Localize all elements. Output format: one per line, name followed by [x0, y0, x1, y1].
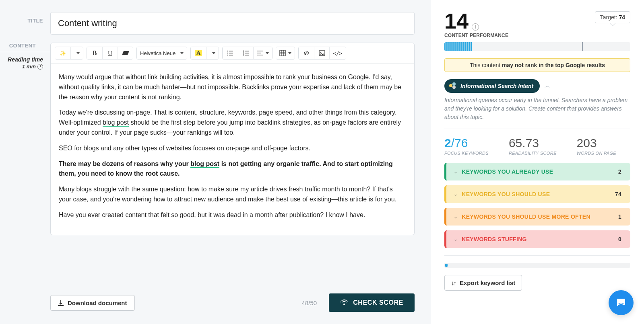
- code-button[interactable]: </>: [329, 47, 345, 59]
- magic-wand-button[interactable]: ✨: [55, 47, 70, 59]
- clock-icon: [37, 64, 43, 70]
- reading-time-label: Reading time: [8, 56, 43, 63]
- toolbar: ✨ B U Helvetica Neue A: [51, 43, 414, 64]
- focus-keywords-total: /76: [451, 136, 468, 150]
- svg-point-4: [227, 55, 228, 55]
- card-keywords-use-more[interactable]: ⌄KEYWORDS YOU SHOULD USE MORE OFTEN 1: [444, 208, 630, 226]
- chat-fab[interactable]: [609, 290, 634, 315]
- sort-icon: ↓↑: [451, 279, 456, 286]
- mini-progress-bar: [444, 263, 630, 268]
- card-keywords-already-use[interactable]: ⌄KEYWORDS YOU ALREADY USE 2: [444, 163, 630, 180]
- svg-rect-5: [229, 55, 233, 55]
- paragraph: Today we're discussing on-page. That is …: [59, 108, 406, 137]
- chat-icon: [615, 297, 627, 309]
- intent-collapse[interactable]: ︿: [545, 82, 550, 90]
- intent-icon: [448, 82, 457, 90]
- title-label: TITLE: [0, 12, 50, 24]
- export-keyword-list-button[interactable]: ↓↑ Export keyword list: [444, 275, 522, 291]
- divider: [444, 129, 630, 129]
- focus-keywords-have: 2: [444, 136, 451, 150]
- words-on-page: 203: [577, 136, 616, 150]
- highlight-button[interactable]: A: [191, 47, 206, 59]
- readability-score: 65.73: [509, 136, 557, 150]
- focus-keywords-label: FOCUS KEYWORDS: [444, 151, 489, 156]
- divider: [444, 255, 630, 256]
- align-button[interactable]: [253, 47, 272, 59]
- svg-point-0: [227, 51, 228, 51]
- performance-label: CONTENT PERFORMANCE: [444, 33, 508, 38]
- svg-point-2: [227, 53, 228, 53]
- character-counter: 48/50: [302, 299, 317, 306]
- svg-rect-9: [245, 53, 249, 53]
- svg-rect-14: [257, 55, 263, 55]
- underline-button[interactable]: U: [102, 47, 118, 59]
- svg-rect-15: [280, 50, 285, 56]
- magic-wand-caret[interactable]: [70, 47, 83, 59]
- title-input[interactable]: [50, 12, 415, 35]
- paragraph: SEO for blogs and any other types of web…: [59, 144, 406, 154]
- table-button[interactable]: [276, 47, 295, 59]
- download-button[interactable]: Download document: [50, 295, 135, 311]
- bullet-list-button[interactable]: [223, 47, 238, 59]
- download-icon: [58, 300, 64, 306]
- performance-score: 14: [444, 11, 469, 31]
- svg-rect-7: [245, 51, 249, 51]
- keyword-highlight: blog post: [190, 160, 219, 168]
- content-label: CONTENT: [0, 43, 43, 49]
- svg-rect-13: [257, 53, 261, 53]
- eraser-button[interactable]: [118, 47, 133, 59]
- score-icon: [340, 299, 348, 306]
- intent-description: Informational queries occur early in the…: [444, 96, 630, 121]
- paragraph: Many would argue that without link build…: [59, 72, 406, 102]
- check-score-button[interactable]: CHECK SCORE: [329, 293, 415, 312]
- chevron-down-icon: ⌄: [454, 236, 458, 242]
- svg-point-21: [320, 52, 321, 53]
- paragraph: Many blogs struggle with the same questi…: [59, 185, 406, 205]
- paragraph: Have you ever created content that felt …: [59, 210, 406, 220]
- chevron-down-icon: ⌄: [454, 169, 458, 174]
- readability-label: READABILITY SCORE: [509, 151, 557, 156]
- keyword-highlight: blog post: [103, 119, 129, 127]
- chevron-down-icon: ⌄: [454, 191, 458, 197]
- svg-text:3: 3: [243, 54, 244, 56]
- card-keywords-should-use[interactable]: ⌄KEYWORDS YOU SHOULD USE 74: [444, 185, 630, 203]
- editor-body[interactable]: Many would argue that without link build…: [51, 64, 414, 235]
- stats-row: 2/76 FOCUS KEYWORDS 65.73 READABILITY SC…: [444, 136, 630, 156]
- font-name: Helvetica Neue: [140, 50, 175, 56]
- svg-rect-11: [245, 55, 249, 55]
- svg-rect-1: [229, 51, 233, 51]
- bold-button[interactable]: B: [87, 47, 102, 59]
- link-button[interactable]: [299, 47, 314, 59]
- words-label: WORDS ON PAGE: [577, 151, 616, 156]
- svg-rect-12: [257, 51, 263, 51]
- card-keywords-stuffing[interactable]: ⌄KEYWORDS STUFFING 0: [444, 230, 630, 248]
- reading-time-value: 1 min: [22, 64, 36, 70]
- info-icon[interactable]: i: [472, 23, 479, 31]
- highlight-caret[interactable]: [206, 47, 219, 59]
- numbered-list-button[interactable]: 123: [238, 47, 253, 59]
- download-label: Download document: [68, 299, 127, 306]
- paragraph-bold: There may be dozens of reasons why your …: [59, 159, 406, 179]
- image-button[interactable]: [314, 47, 329, 59]
- search-intent-pill[interactable]: Informational Search Intent: [444, 79, 540, 93]
- performance-bar: [444, 42, 630, 51]
- svg-rect-3: [229, 53, 233, 53]
- font-select[interactable]: Helvetica Neue: [137, 47, 187, 59]
- target-badge: Target: 74: [595, 11, 630, 23]
- chevron-down-icon: ⌄: [454, 214, 458, 219]
- editor: ✨ B U Helvetica Neue A: [50, 43, 415, 235]
- ranking-alert: This content may not rank in the top Goo…: [444, 58, 630, 72]
